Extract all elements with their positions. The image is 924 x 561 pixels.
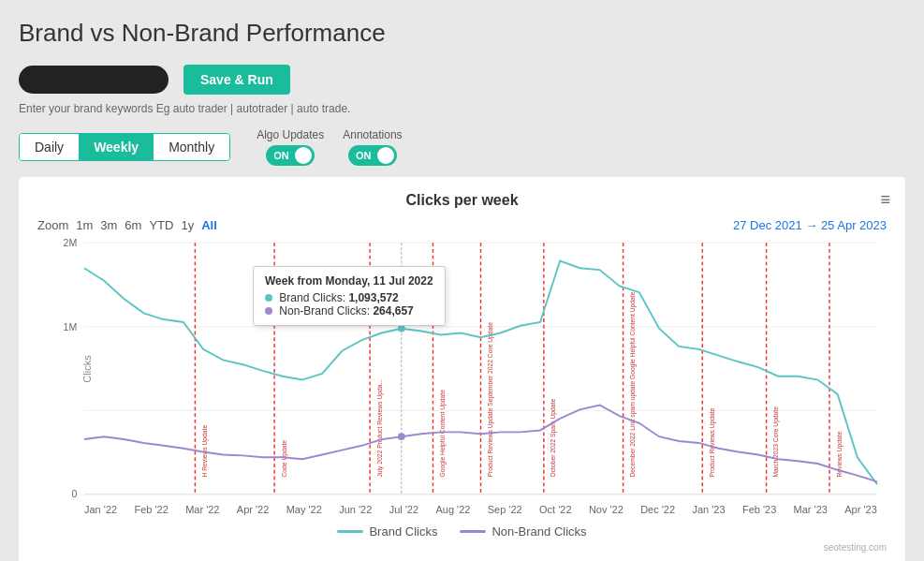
tooltip-brand-value: 1,093,572 [348, 291, 398, 304]
y-axis-title: Clicks [81, 355, 93, 382]
toggle-group: Algo Updates ON Annotations ON [257, 128, 402, 166]
legend-nonbrand-line [460, 530, 486, 533]
svg-text:Product Reviews Update: Product Reviews Update [709, 407, 716, 477]
zoom-1m[interactable]: 1m [76, 218, 93, 232]
chart-title: Clicks per week [37, 192, 887, 209]
annotations-toggle-item: Annotations ON [343, 128, 402, 166]
controls-bar: Daily Weekly Monthly Algo Updates ON Ann… [19, 128, 905, 166]
tooltip-nonbrand-value: 264,657 [373, 304, 413, 317]
tooltip-brand-label: Brand Clicks: [279, 291, 345, 304]
zoom-label: Zoom [37, 218, 68, 232]
tooltip-title: Week from Monday, 11 Jul 2022 [265, 274, 433, 288]
zoom-3m[interactable]: 3m [100, 218, 117, 232]
watermark: seotesting.com [37, 542, 887, 553]
legend-brand: Brand Clicks [337, 524, 437, 539]
tooltip-nonbrand: Non-Brand Clicks: 264,657 [265, 304, 433, 317]
annotations-toggle[interactable]: ON [348, 145, 397, 166]
legend-brand-label: Brand Clicks [369, 524, 437, 539]
zoom-6m[interactable]: 6m [125, 218, 141, 232]
page-title: Brand vs Non-Brand Performance [19, 19, 905, 48]
tooltip-brand: Brand Clicks: 1,093,572 [265, 291, 433, 304]
chart-svg: 2M 1M 0 H Reviews Update Code Update Jul… [84, 238, 877, 500]
svg-text:2M: 2M [64, 237, 78, 248]
algo-updates-toggle-item: Algo Updates ON [257, 128, 324, 166]
tooltip-nonbrand-label: Non-Brand Clicks: [279, 304, 370, 317]
svg-text:July 2022 Product Reviews Upda: July 2022 Product Reviews Upda... [376, 379, 384, 478]
brand-keywords-input[interactable] [19, 66, 169, 94]
zoom-all[interactable]: All [201, 218, 217, 232]
algo-updates-toggle[interactable]: ON [266, 145, 315, 166]
x-axis-labels: Jan '22 Feb '22 Mar '22 Apr '22 May '22 … [84, 504, 877, 515]
zoom-1y[interactable]: 1y [181, 218, 194, 232]
period-tab-group: Daily Weekly Monthly [19, 133, 230, 161]
svg-text:1M: 1M [64, 321, 78, 332]
hint-text: Enter your brand keywords Eg auto trader… [19, 102, 905, 115]
zoom-bar: Zoom 1m 3m 6m YTD 1y All 27 Dec 2021 → 2… [37, 218, 887, 232]
svg-point-29 [398, 433, 405, 440]
algo-updates-label: Algo Updates [257, 128, 324, 141]
zoom-ytd[interactable]: YTD [149, 218, 173, 232]
svg-text:0: 0 [71, 488, 77, 499]
svg-text:March 2023 Core Update: March 2023 Core Update [772, 406, 780, 478]
top-bar: Save & Run [19, 65, 905, 95]
tab-weekly[interactable]: Weekly [79, 134, 154, 160]
svg-text:Google Helpful Content Update: Google Helpful Content Update [439, 390, 447, 478]
algo-updates-knob [295, 147, 312, 164]
tab-daily[interactable]: Daily [20, 134, 79, 160]
svg-text:December 2022 Link spam update: December 2022 Link spam update Google He… [629, 291, 637, 477]
brand-dot [265, 294, 272, 302]
nonbrand-dot [265, 307, 272, 315]
chart-legend: Brand Clicks Non-Brand Clicks [37, 524, 887, 539]
chart-tooltip: Week from Monday, 11 Jul 2022 Brand Clic… [253, 266, 446, 326]
legend-nonbrand-label: Non-Brand Clicks [491, 524, 586, 539]
tab-monthly[interactable]: Monthly [154, 134, 229, 160]
date-range: 27 Dec 2021 → 25 Apr 2023 [733, 218, 887, 232]
chart-wrapper: Clicks 2M 1M 0 H Reviews Update Code Upd… [84, 238, 877, 500]
annotations-label: Annotations [343, 128, 402, 141]
svg-text:October 2022 Spam Update: October 2022 Spam Update [550, 399, 557, 478]
zoom-controls: Zoom 1m 3m 6m YTD 1y All [37, 218, 217, 232]
chart-menu-icon[interactable]: ≡ [880, 190, 890, 210]
legend-nonbrand: Non-Brand Clicks [460, 524, 586, 539]
svg-text:Product Reviews Update Septemb: Product Reviews Update September 2022 Co… [487, 322, 494, 478]
legend-brand-line [337, 530, 363, 533]
save-run-button[interactable]: Save & Run [183, 65, 290, 95]
chart-container: Clicks per week ≡ Zoom 1m 3m 6m YTD 1y A… [19, 177, 905, 561]
annotations-knob [377, 147, 394, 164]
